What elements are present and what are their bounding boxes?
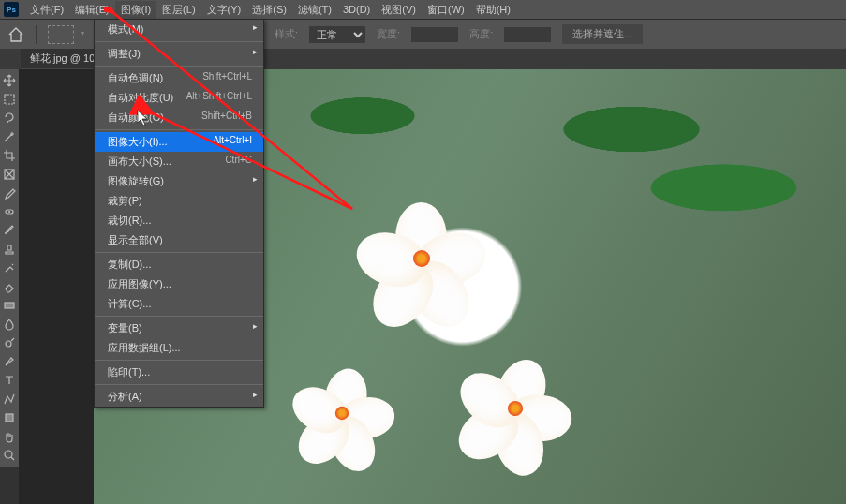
- image-menu-dropdown: 模式(M)调整(J)自动色调(N)Shift+Ctrl+L自动对比度(U)Alt…: [94, 19, 264, 408]
- height-input[interactable]: [504, 27, 551, 42]
- menu-item-label: 变量(B): [108, 321, 142, 335]
- gradient-tool[interactable]: [2, 298, 17, 313]
- height-label: 高度:: [469, 27, 493, 41]
- width-input[interactable]: [411, 27, 458, 42]
- type-tool[interactable]: [2, 373, 17, 388]
- dodge-tool[interactable]: [2, 335, 17, 350]
- quick-select-tool[interactable]: [2, 129, 17, 144]
- history-brush-tool[interactable]: [2, 260, 17, 275]
- healing-tool[interactable]: [2, 204, 17, 219]
- menu-item[interactable]: 自动色调(N)Shift+Ctrl+L: [95, 68, 263, 88]
- home-icon[interactable]: [7, 26, 24, 43]
- frame-tool[interactable]: [2, 167, 17, 182]
- tool-preset[interactable]: [48, 25, 74, 44]
- menu-item[interactable]: 调整(J): [95, 44, 263, 64]
- menu-item[interactable]: 裁切(R)...: [95, 211, 263, 230]
- pen-tool[interactable]: [2, 354, 17, 369]
- menu-3d[interactable]: 3D(D): [337, 2, 376, 17]
- menu-item[interactable]: 应用数据组(L)...: [95, 338, 263, 358]
- menu-item-label: 应用图像(Y)...: [108, 277, 171, 291]
- menu-item-label: 分析(A): [108, 390, 142, 404]
- menu-view[interactable]: 视图(V): [376, 1, 422, 19]
- style-label: 样式:: [275, 27, 298, 41]
- menu-item-label: 裁剪(P): [108, 194, 142, 208]
- menubar: Ps 文件(F)编辑(E)图像(I)图层(L)文字(Y)选择(S)滤镜(T)3D…: [0, 0, 846, 19]
- menu-separator: [95, 360, 263, 361]
- menu-filter[interactable]: 滤镜(T): [292, 1, 337, 19]
- menu-item[interactable]: 陷印(T)...: [95, 363, 263, 382]
- menu-help[interactable]: 帮助(H): [470, 1, 516, 19]
- svg-point-6: [5, 451, 12, 458]
- stamp-tool[interactable]: [2, 242, 17, 257]
- svg-rect-5: [6, 414, 13, 422]
- path-tool[interactable]: [2, 392, 17, 407]
- menu-item-shortcut: Ctrl+C: [225, 155, 252, 169]
- crop-tool[interactable]: [2, 148, 17, 163]
- menu-item-shortcut: Alt+Ctrl+I: [213, 135, 252, 149]
- menu-item-label: 陷印(T)...: [108, 365, 150, 379]
- menu-select[interactable]: 选择(S): [246, 1, 292, 19]
- menu-item[interactable]: 应用图像(Y)...: [95, 274, 263, 294]
- menu-item-label: 应用数据组(L)...: [108, 341, 181, 355]
- zoom-tool[interactable]: [2, 448, 17, 463]
- lasso-tool[interactable]: [2, 111, 17, 126]
- menu-item-label: 画布大小(S)...: [108, 155, 171, 169]
- menu-item-label: 自动颜色(O): [108, 111, 164, 125]
- svg-point-4: [6, 341, 11, 347]
- eyedropper-tool[interactable]: [2, 185, 17, 200]
- move-tool[interactable]: [2, 73, 17, 88]
- rectangle-tool[interactable]: [2, 410, 17, 425]
- menu-item[interactable]: 分析(A): [95, 387, 263, 407]
- menu-separator: [95, 129, 263, 130]
- menu-item[interactable]: 画布大小(S)...Ctrl+C: [95, 152, 263, 171]
- menu-item-label: 显示全部(V): [108, 233, 163, 247]
- menu-item-label: 图像旋转(G): [108, 174, 164, 188]
- svg-rect-3: [5, 303, 14, 308]
- hand-tool[interactable]: [2, 429, 17, 444]
- menu-type[interactable]: 文字(Y): [201, 1, 247, 19]
- menu-item[interactable]: 复制(D)...: [95, 255, 263, 274]
- menu-separator: [95, 41, 263, 42]
- menu-item[interactable]: 模式(M): [95, 20, 263, 39]
- menu-item-label: 图像大小(I)...: [108, 135, 168, 149]
- menu-item[interactable]: 计算(C)...: [95, 294, 263, 314]
- menu-item-label: 自动对比度(U): [108, 91, 173, 105]
- menu-separator: [95, 252, 263, 253]
- menu-item-label: 裁切(R)...: [108, 214, 151, 228]
- menu-separator: [95, 384, 263, 385]
- menu-edit[interactable]: 编辑(E): [69, 1, 115, 19]
- menu-layer[interactable]: 图层(L): [156, 1, 200, 19]
- svg-rect-0: [5, 95, 14, 104]
- blur-tool[interactable]: [2, 317, 17, 332]
- marquee-tool[interactable]: [2, 92, 17, 107]
- brush-tool[interactable]: [2, 223, 17, 238]
- style-select[interactable]: 正常: [309, 26, 365, 43]
- menu-item-shortcut: Shift+Ctrl+B: [201, 111, 252, 125]
- menu-file[interactable]: 文件(F): [24, 1, 69, 19]
- width-label: 宽度:: [377, 27, 400, 41]
- menu-item[interactable]: 变量(B): [95, 319, 263, 338]
- menu-item[interactable]: 图像大小(I)...Alt+Ctrl+I: [95, 132, 263, 152]
- menu-item[interactable]: 图像旋转(G): [95, 171, 263, 191]
- menu-item[interactable]: 显示全部(V): [95, 230, 263, 250]
- menu-image[interactable]: 图像(I): [115, 1, 156, 19]
- eraser-tool[interactable]: [2, 279, 17, 294]
- menu-item-label: 计算(C)...: [108, 297, 151, 311]
- menu-item-label: 自动色调(N): [108, 71, 163, 85]
- menu-window[interactable]: 窗口(W): [422, 1, 470, 19]
- tools-panel: [0, 69, 19, 467]
- menu-item-shortcut: Alt+Shift+Ctrl+L: [186, 91, 252, 105]
- menu-item[interactable]: 自动对比度(U)Alt+Shift+Ctrl+L: [95, 88, 263, 108]
- menu-separator: [95, 316, 263, 317]
- menu-item-label: 调整(J): [108, 47, 141, 61]
- menu-item[interactable]: 裁剪(P): [95, 191, 263, 211]
- menu-separator: [95, 66, 263, 67]
- menu-item[interactable]: 自动颜色(O)Shift+Ctrl+B: [95, 108, 263, 127]
- menu-item-label: 模式(M): [108, 22, 144, 37]
- app-logo: Ps: [4, 2, 19, 17]
- select-and-mask-button[interactable]: 选择并遮住...: [562, 24, 643, 44]
- menu-item-shortcut: Shift+Ctrl+L: [202, 71, 252, 85]
- menu-item-label: 复制(D)...: [108, 258, 151, 272]
